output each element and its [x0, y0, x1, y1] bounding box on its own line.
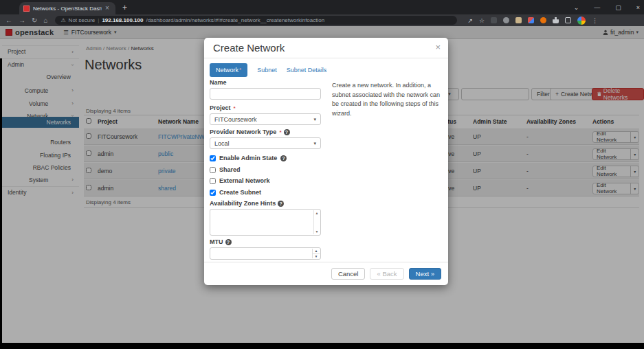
- next-button[interactable]: Next »: [409, 268, 441, 280]
- omnibox-separator: |: [98, 17, 99, 23]
- name-label: Name: [210, 79, 227, 86]
- required-asterisk: *: [239, 67, 241, 73]
- browser-tab[interactable]: Networks - OpenStack Dashbo ×: [19, 2, 115, 14]
- window-minimize-button[interactable]: —: [594, 4, 600, 11]
- browser-tabstrip: Networks - OpenStack Dashbo × + ⌄ — ▢ ×: [0, 0, 644, 14]
- scroll-down-icon[interactable]: ▼: [315, 229, 319, 234]
- browser-toolbar: ← → ↻ ⌂ ⚠ Not secure | 192.168.100.100/d…: [0, 14, 644, 26]
- profile-avatar[interactable]: [577, 16, 586, 25]
- modal-title: Create Network: [213, 42, 285, 54]
- back-button[interactable]: « Back: [370, 268, 403, 280]
- reload-icon[interactable]: ↻: [32, 17, 37, 24]
- external-network-checkbox[interactable]: [210, 178, 216, 184]
- help-icon[interactable]: ?: [278, 201, 284, 207]
- required-asterisk: *: [234, 105, 236, 111]
- extension-icon-4[interactable]: [528, 17, 534, 23]
- help-icon[interactable]: ?: [284, 129, 290, 135]
- provider-network-type-select[interactable]: Local ▾: [210, 137, 321, 149]
- extension-icon-5[interactable]: [540, 17, 546, 23]
- mtu-spinner[interactable]: ▲▼: [312, 249, 320, 258]
- modal-help-text: Create a new network. In addition, a sub…: [332, 81, 441, 118]
- name-input[interactable]: [210, 88, 321, 100]
- chevron-down-icon: ▾: [313, 141, 316, 146]
- address-bar[interactable]: ⚠ Not secure | 192.168.100.100/dashboard…: [55, 16, 457, 25]
- tab-close-icon[interactable]: ×: [105, 5, 109, 12]
- browser-menu-icon[interactable]: ⋮: [592, 17, 598, 24]
- side-panel-icon[interactable]: [565, 17, 571, 23]
- scroll-up-icon[interactable]: ▲: [315, 211, 319, 215]
- create-subnet-row: Create Subnet: [210, 189, 261, 196]
- extensions-puzzle-icon[interactable]: [553, 17, 559, 23]
- url-host: 192.168.100.100: [102, 17, 143, 23]
- back-icon[interactable]: ←: [5, 17, 12, 24]
- modal-header: Create Network ×: [204, 38, 448, 58]
- tab-network[interactable]: Network*: [210, 63, 247, 77]
- availability-zone-hints-label: Availability Zone Hints ?: [210, 200, 284, 207]
- project-label: Project*: [210, 104, 236, 111]
- provider-network-type-label: Provider Network Type * ?: [210, 128, 290, 135]
- tab-search-icon[interactable]: ⌄: [574, 4, 579, 11]
- enable-admin-state-row: Enable Admin State ?: [210, 155, 287, 161]
- enable-admin-state-checkbox[interactable]: [210, 155, 216, 161]
- help-icon[interactable]: ?: [280, 155, 287, 161]
- url-path: /dashboard/admin/networks/#!#create_netw…: [146, 17, 324, 23]
- openstack-favicon-icon: [23, 5, 30, 12]
- mtu-input[interactable]: ▲▼: [210, 247, 321, 260]
- chevron-down-icon: ▾: [313, 117, 316, 122]
- tab-subnet[interactable]: Subnet: [257, 67, 277, 74]
- availability-zone-hints-listbox[interactable]: ▲▼: [210, 209, 321, 236]
- tab-subnet-details[interactable]: Subnet Details: [287, 67, 327, 74]
- spinner-up-icon[interactable]: ▲: [312, 249, 320, 254]
- listbox-scrollbar[interactable]: ▲▼: [313, 210, 320, 234]
- close-icon[interactable]: ×: [435, 42, 441, 52]
- new-tab-button[interactable]: +: [122, 3, 127, 12]
- extension-icon-1[interactable]: [491, 17, 497, 23]
- shared-checkbox[interactable]: [210, 167, 216, 173]
- modal-tabs: Network* Subnet Subnet Details: [210, 63, 326, 77]
- project-select[interactable]: FITCoursework ▾: [210, 113, 321, 125]
- extension-icon-3[interactable]: [515, 17, 522, 23]
- shared-row: Shared: [210, 166, 241, 173]
- not-secure-warning-icon: ⚠: [60, 17, 65, 23]
- required-asterisk: *: [279, 129, 281, 135]
- share-icon[interactable]: ↗: [467, 17, 473, 24]
- create-network-modal: Create Network × Network* Subnet Subnet …: [204, 38, 448, 285]
- tab-title: Networks - OpenStack Dashbo: [33, 5, 102, 12]
- bookmark-star-icon[interactable]: ☆: [479, 17, 485, 24]
- bottom-black-bar: [0, 343, 644, 349]
- window-close-button[interactable]: ×: [636, 4, 640, 11]
- screen: Networks - OpenStack Dashbo × + ⌄ — ▢ × …: [0, 0, 644, 349]
- cancel-button[interactable]: Cancel: [331, 268, 366, 280]
- external-network-row: External Network: [210, 177, 270, 184]
- modal-footer: Cancel « Back Next »: [204, 262, 448, 285]
- home-icon[interactable]: ⌂: [43, 17, 47, 24]
- create-subnet-checkbox[interactable]: [210, 190, 216, 196]
- spinner-down-icon[interactable]: ▼: [312, 254, 320, 259]
- help-icon[interactable]: ?: [225, 239, 232, 245]
- left-black-strip: [0, 58, 2, 343]
- mtu-label: MTU ?: [210, 238, 232, 245]
- forward-icon[interactable]: →: [19, 17, 25, 24]
- extension-icon-2[interactable]: [503, 17, 509, 23]
- window-maximize-button[interactable]: ▢: [615, 4, 621, 11]
- not-secure-label: Not secure: [69, 17, 96, 23]
